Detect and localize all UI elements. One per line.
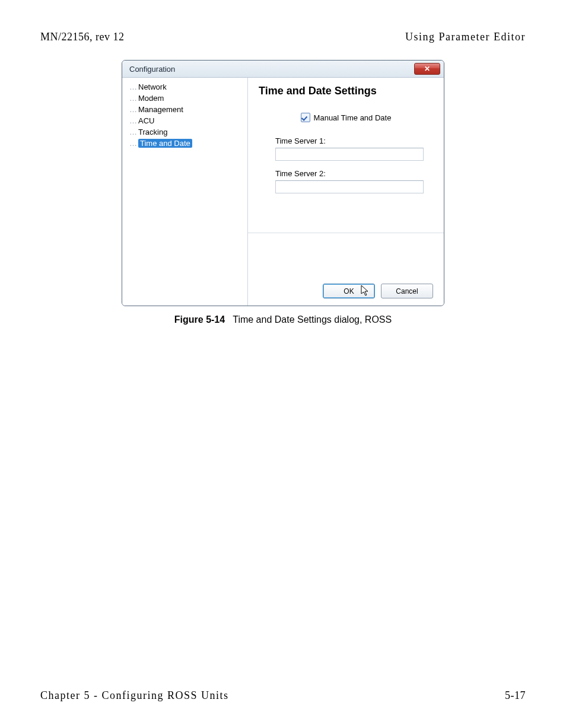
tree-item-label: Modem [138,94,164,103]
tree-item-acu[interactable]: ACU [128,115,244,126]
dialog-container: Configuration ✕ Network Modem Management… [122,60,444,325]
close-icon: ✕ [424,65,430,72]
tree-item-label: Management [138,105,183,114]
figure-caption: Figure 5-14 Time and Date Settings dialo… [174,314,392,325]
footer-right: 5-17 [505,689,526,702]
tree-item-label: ACU [138,116,154,125]
tree-item-tracking[interactable]: Tracking [128,126,244,138]
content-panel: Time and Date Settings Manual Time and D… [248,78,444,306]
tree-item-time-and-date[interactable]: Time and Date [128,138,244,149]
manual-time-label: Manual Time and Date [314,113,392,122]
tree-item-network[interactable]: Network [128,81,244,93]
dialog-body: Network Modem Management ACU Tracking Ti… [122,78,444,306]
tree-item-label: Time and Date [138,139,192,148]
figure-caption-text: Time and Date Settings dialog, ROSS [233,314,392,325]
close-button[interactable]: ✕ [414,63,440,75]
manual-time-row: Manual Time and Date [259,113,433,122]
header-right: Using Parameter Editor [405,31,526,43]
title-bar: Configuration ✕ [122,61,444,78]
content-title: Time and Date Settings [259,85,433,97]
time-server-2-input[interactable] [275,180,424,193]
button-bar: OK Cancel [259,275,433,298]
footer-left: Chapter 5 - Configuring ROSS Units [40,689,229,702]
tree-panel: Network Modem Management ACU Tracking Ti… [122,78,248,306]
configuration-dialog: Configuration ✕ Network Modem Management… [122,60,444,306]
ok-button-label: OK [344,287,354,295]
page-footer: Chapter 5 - Configuring ROSS Units 5-17 [40,689,526,702]
button-separator [248,233,444,233]
manual-time-checkbox[interactable] [301,113,310,122]
tree-item-management[interactable]: Management [128,104,244,115]
header-left: MN/22156, rev 12 [40,31,125,43]
figure-caption-label: Figure 5-14 [174,314,225,325]
time-server-1-label: Time Server 1: [275,136,433,145]
page-header: MN/22156, rev 12 Using Parameter Editor [0,0,566,43]
time-server-2-label: Time Server 2: [275,169,433,178]
time-server-1-input[interactable] [275,148,424,161]
cancel-button[interactable]: Cancel [381,284,433,298]
figure-caption-wrap: Figure 5-14 Time and Date Settings dialo… [122,306,444,325]
ok-button[interactable]: OK [323,284,375,298]
dialog-title: Configuration [129,65,175,74]
time-server-1-block: Time Server 1: [275,136,433,161]
time-server-2-block: Time Server 2: [275,169,433,193]
tree-item-label: Network [138,82,167,91]
tree-item-label: Tracking [138,128,167,136]
tree-item-modem[interactable]: Modem [128,93,244,104]
cancel-button-label: Cancel [396,287,418,295]
